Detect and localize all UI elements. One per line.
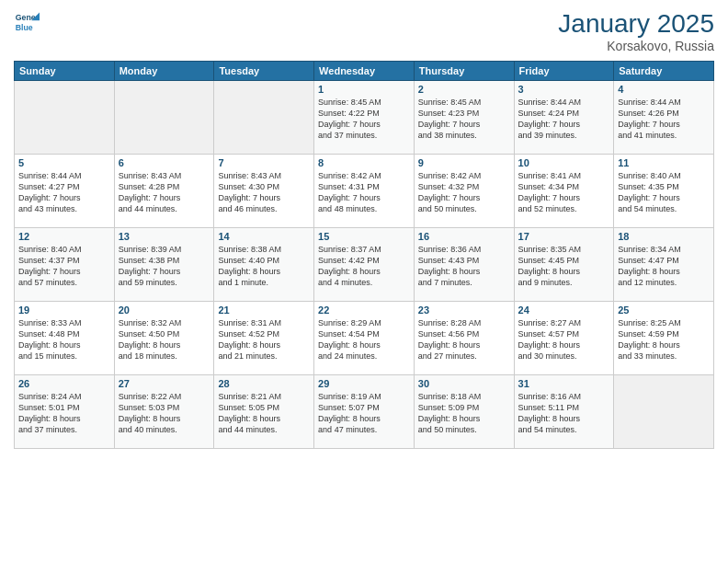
calendar-cell: 20Sunrise: 8:32 AM Sunset: 4:50 PM Dayli…: [114, 302, 214, 375]
cell-info: Sunrise: 8:42 AM Sunset: 4:32 PM Dayligh…: [418, 170, 510, 215]
day-number: 9: [418, 157, 510, 168]
calendar-cell: 14Sunrise: 8:38 AM Sunset: 4:40 PM Dayli…: [214, 228, 314, 302]
cell-info: Sunrise: 8:40 AM Sunset: 4:35 PM Dayligh…: [618, 170, 710, 215]
cell-info: Sunrise: 8:16 AM Sunset: 5:11 PM Dayligh…: [518, 391, 610, 436]
day-header-sunday: Sunday: [15, 62, 115, 81]
day-number: 30: [418, 378, 510, 389]
header: General Blue January 2025 Korsakovo, Rus…: [14, 9, 714, 53]
day-number: 24: [518, 304, 610, 316]
calendar-cell: 21Sunrise: 8:31 AM Sunset: 4:52 PM Dayli…: [214, 302, 314, 375]
day-header-friday: Friday: [514, 62, 614, 81]
day-number: 18: [618, 231, 710, 242]
cell-info: Sunrise: 8:31 AM Sunset: 4:52 PM Dayligh…: [218, 317, 310, 362]
day-headers-row: SundayMondayTuesdayWednesdayThursdayFrid…: [15, 62, 714, 81]
cell-info: Sunrise: 8:43 AM Sunset: 4:28 PM Dayligh…: [119, 170, 210, 215]
day-number: 3: [518, 84, 610, 95]
day-header-wednesday: Wednesday: [314, 62, 415, 81]
day-number: 12: [18, 231, 110, 242]
calendar-cell: 23Sunrise: 8:28 AM Sunset: 4:56 PM Dayli…: [414, 302, 514, 375]
cell-info: Sunrise: 8:44 AM Sunset: 4:24 PM Dayligh…: [518, 97, 610, 142]
calendar-cell: 3Sunrise: 8:44 AM Sunset: 4:24 PM Daylig…: [514, 81, 614, 155]
cell-info: Sunrise: 8:19 AM Sunset: 5:07 PM Dayligh…: [318, 391, 410, 436]
calendar-cell: 10Sunrise: 8:41 AM Sunset: 4:34 PM Dayli…: [514, 155, 614, 228]
day-number: 13: [119, 231, 210, 242]
day-number: 5: [18, 157, 110, 168]
calendar-cell: [15, 81, 115, 155]
cell-info: Sunrise: 8:43 AM Sunset: 4:30 PM Dayligh…: [218, 170, 310, 215]
cell-info: Sunrise: 8:45 AM Sunset: 4:22 PM Dayligh…: [318, 97, 410, 142]
page: General Blue January 2025 Korsakovo, Rus…: [0, 0, 728, 563]
day-number: 2: [418, 84, 510, 95]
cell-info: Sunrise: 8:41 AM Sunset: 4:34 PM Dayligh…: [518, 170, 610, 215]
calendar-cell: 31Sunrise: 8:16 AM Sunset: 5:11 PM Dayli…: [514, 375, 614, 449]
cell-info: Sunrise: 8:18 AM Sunset: 5:09 PM Dayligh…: [418, 391, 510, 436]
day-number: 21: [218, 304, 310, 316]
svg-text:Blue: Blue: [16, 23, 33, 32]
calendar-cell: 15Sunrise: 8:37 AM Sunset: 4:42 PM Dayli…: [314, 228, 415, 302]
week-row-2: 12Sunrise: 8:40 AM Sunset: 4:37 PM Dayli…: [15, 228, 714, 302]
logo: General Blue: [14, 9, 40, 35]
calendar-cell: 13Sunrise: 8:39 AM Sunset: 4:38 PM Dayli…: [114, 228, 214, 302]
calendar-cell: 16Sunrise: 8:36 AM Sunset: 4:43 PM Dayli…: [414, 228, 514, 302]
calendar-cell: 11Sunrise: 8:40 AM Sunset: 4:35 PM Dayli…: [614, 155, 714, 228]
week-row-4: 26Sunrise: 8:24 AM Sunset: 5:01 PM Dayli…: [15, 375, 714, 449]
calendar-cell: 26Sunrise: 8:24 AM Sunset: 5:01 PM Dayli…: [15, 375, 115, 449]
day-number: 20: [119, 304, 210, 316]
day-number: 16: [418, 231, 510, 242]
day-number: 7: [218, 157, 310, 168]
cell-info: Sunrise: 8:44 AM Sunset: 4:27 PM Dayligh…: [18, 170, 110, 215]
day-header-tuesday: Tuesday: [214, 62, 314, 81]
day-number: 26: [18, 378, 110, 389]
day-number: 4: [618, 84, 710, 95]
day-number: 19: [18, 304, 110, 316]
logo-icon: General Blue: [14, 9, 40, 35]
calendar-cell: 28Sunrise: 8:21 AM Sunset: 5:05 PM Dayli…: [214, 375, 314, 449]
day-number: 23: [418, 304, 510, 316]
day-number: 29: [318, 378, 410, 389]
calendar-cell: 6Sunrise: 8:43 AM Sunset: 4:28 PM Daylig…: [114, 155, 214, 228]
cell-info: Sunrise: 8:28 AM Sunset: 4:56 PM Dayligh…: [418, 317, 510, 362]
day-number: 10: [518, 157, 610, 168]
cell-info: Sunrise: 8:24 AM Sunset: 5:01 PM Dayligh…: [18, 391, 110, 436]
day-header-thursday: Thursday: [414, 62, 514, 81]
cell-info: Sunrise: 8:29 AM Sunset: 4:54 PM Dayligh…: [318, 317, 410, 362]
day-number: 11: [618, 157, 710, 168]
calendar-cell: 29Sunrise: 8:19 AM Sunset: 5:07 PM Dayli…: [314, 375, 415, 449]
day-number: 22: [318, 304, 410, 316]
day-header-saturday: Saturday: [614, 62, 714, 81]
calendar-cell: 7Sunrise: 8:43 AM Sunset: 4:30 PM Daylig…: [214, 155, 314, 228]
day-number: 8: [318, 157, 410, 168]
cell-info: Sunrise: 8:32 AM Sunset: 4:50 PM Dayligh…: [119, 317, 210, 362]
title-block: January 2025 Korsakovo, Russia: [558, 9, 714, 53]
day-number: 14: [218, 231, 310, 242]
cell-info: Sunrise: 8:44 AM Sunset: 4:26 PM Dayligh…: [618, 97, 710, 142]
calendar-cell: 18Sunrise: 8:34 AM Sunset: 4:47 PM Dayli…: [614, 228, 714, 302]
calendar-cell: 19Sunrise: 8:33 AM Sunset: 4:48 PM Dayli…: [15, 302, 115, 375]
day-number: 27: [119, 378, 210, 389]
cell-info: Sunrise: 8:37 AM Sunset: 4:42 PM Dayligh…: [318, 244, 410, 289]
calendar-cell: 24Sunrise: 8:27 AM Sunset: 4:57 PM Dayli…: [514, 302, 614, 375]
location: Korsakovo, Russia: [558, 39, 714, 53]
calendar-cell: 5Sunrise: 8:44 AM Sunset: 4:27 PM Daylig…: [15, 155, 115, 228]
cell-info: Sunrise: 8:21 AM Sunset: 5:05 PM Dayligh…: [218, 391, 310, 436]
calendar-cell: [114, 81, 214, 155]
cell-info: Sunrise: 8:27 AM Sunset: 4:57 PM Dayligh…: [518, 317, 610, 362]
calendar-cell: 17Sunrise: 8:35 AM Sunset: 4:45 PM Dayli…: [514, 228, 614, 302]
day-number: 25: [618, 304, 710, 316]
week-row-3: 19Sunrise: 8:33 AM Sunset: 4:48 PM Dayli…: [15, 302, 714, 375]
day-number: 17: [518, 231, 610, 242]
calendar: SundayMondayTuesdayWednesdayThursdayFrid…: [14, 61, 714, 449]
cell-info: Sunrise: 8:35 AM Sunset: 4:45 PM Dayligh…: [518, 244, 610, 289]
week-row-1: 5Sunrise: 8:44 AM Sunset: 4:27 PM Daylig…: [15, 155, 714, 228]
day-header-monday: Monday: [114, 62, 214, 81]
day-number: 28: [218, 378, 310, 389]
day-number: 15: [318, 231, 410, 242]
calendar-cell: [614, 375, 714, 449]
cell-info: Sunrise: 8:40 AM Sunset: 4:37 PM Dayligh…: [18, 244, 110, 289]
calendar-cell: 2Sunrise: 8:45 AM Sunset: 4:23 PM Daylig…: [414, 81, 514, 155]
cell-info: Sunrise: 8:39 AM Sunset: 4:38 PM Dayligh…: [119, 244, 210, 289]
calendar-cell: 1Sunrise: 8:45 AM Sunset: 4:22 PM Daylig…: [314, 81, 415, 155]
calendar-cell: [214, 81, 314, 155]
calendar-cell: 9Sunrise: 8:42 AM Sunset: 4:32 PM Daylig…: [414, 155, 514, 228]
day-number: 1: [318, 84, 410, 95]
